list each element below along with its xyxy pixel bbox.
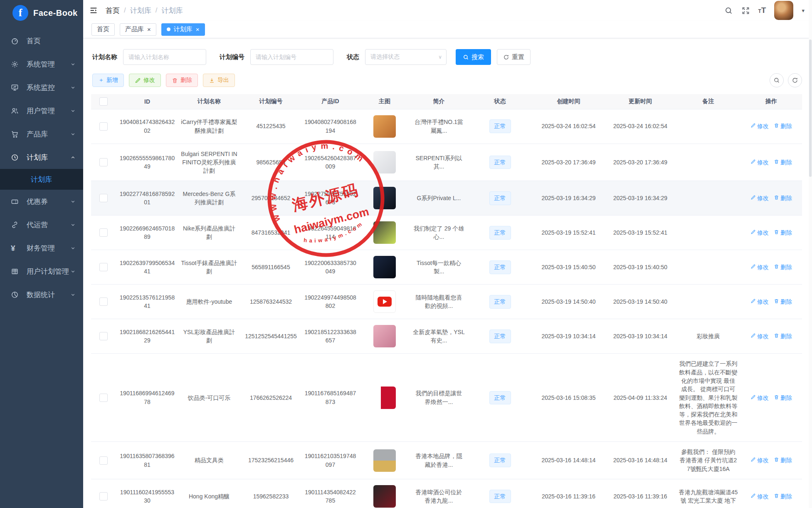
- cell-intro: 我们制定了 29 个雄心...: [410, 216, 467, 250]
- row-edit-link[interactable]: 修改: [750, 297, 769, 306]
- table-row[interactable]: 1902655555986178049Bulgari SERPENTI INFI…: [91, 144, 802, 181]
- plan-name-input[interactable]: [123, 49, 206, 65]
- row-delete-link[interactable]: 删除: [774, 297, 792, 306]
- row-edit-link[interactable]: 修改: [750, 158, 769, 166]
- plan-thumbnail[interactable]: [373, 187, 396, 209]
- row-edit-link[interactable]: 修改: [750, 228, 769, 237]
- sidebar-item-agent-ops[interactable]: 代运营: [0, 213, 83, 236]
- table-row[interactable]: 1904081474382643202iCarry伴手禮專家鳳梨酥推廣計劃451…: [91, 109, 802, 144]
- cell-image: [359, 109, 410, 144]
- toggle-search-icon[interactable]: [770, 73, 784, 87]
- row-delete-link[interactable]: 删除: [774, 194, 792, 202]
- row-checkbox[interactable]: [99, 394, 108, 402]
- chevron-down-icon[interactable]: ▾: [802, 7, 805, 14]
- sidebar-item-plan-lib[interactable]: 计划库: [0, 146, 83, 169]
- search-icon: [463, 54, 469, 60]
- row-edit-link[interactable]: 修改: [750, 263, 769, 271]
- sidebar-item-data-stats[interactable]: 数据统计: [0, 283, 83, 306]
- row-checkbox[interactable]: [99, 228, 108, 237]
- plan-thumbnail[interactable]: [373, 256, 396, 278]
- status-badge: 正常: [489, 156, 511, 169]
- tab-product-lib[interactable]: 产品库×: [120, 23, 156, 36]
- row-delete-link[interactable]: 删除: [774, 332, 792, 340]
- row-edit-link[interactable]: 修改: [750, 122, 769, 130]
- row-delete-link[interactable]: 删除: [774, 158, 792, 166]
- search-icon[interactable]: [724, 6, 733, 15]
- breadcrumb-item: 计划库: [161, 6, 183, 15]
- close-icon[interactable]: ×: [196, 26, 200, 32]
- row-checkbox[interactable]: [99, 194, 108, 202]
- table-row[interactable]: 1902251357612195841應用軟件-youtube125876324…: [91, 285, 802, 319]
- row-delete-link[interactable]: 删除: [774, 228, 792, 237]
- row-checkbox[interactable]: [99, 492, 108, 501]
- status-badge: 正常: [489, 453, 511, 467]
- row-checkbox[interactable]: [99, 122, 108, 131]
- table-row[interactable]: 1902277481687859201Mercedes-Benz G系列推廣計劃…: [91, 181, 802, 216]
- table-row[interactable]: 1902263979950653441Tissot手錶產品推廣計劃5658911…: [91, 250, 802, 285]
- sidebar-item-product-lib[interactable]: 产品库: [0, 122, 83, 146]
- plan-thumbnail[interactable]: [373, 325, 396, 347]
- plan-thumbnail[interactable]: [373, 221, 396, 244]
- table-row[interactable]: 1902266962465701889Nike系列產品推廣計劃847316532…: [91, 216, 802, 250]
- row-edit-link[interactable]: 修改: [750, 394, 769, 402]
- sidebar-item-coupon[interactable]: 优惠券: [0, 190, 83, 213]
- plan-thumbnail[interactable]: [373, 290, 396, 313]
- refresh-icon[interactable]: [788, 73, 802, 87]
- export-button[interactable]: 导出: [203, 74, 235, 87]
- sidebar-item-system-mgmt[interactable]: 系统管理: [0, 52, 83, 76]
- row-checkbox[interactable]: [99, 158, 108, 166]
- delete-button[interactable]: 删除: [166, 74, 198, 87]
- plan-no-input[interactable]: [250, 49, 333, 65]
- select-all-checkbox[interactable]: [99, 97, 108, 106]
- search-button[interactable]: 搜索: [456, 49, 491, 65]
- plan-thumbnail[interactable]: [373, 485, 396, 508]
- row-checkbox[interactable]: [99, 263, 108, 271]
- row-delete-link[interactable]: 删除: [774, 122, 792, 130]
- fullscreen-icon[interactable]: [741, 6, 750, 15]
- row-delete-link[interactable]: 删除: [774, 394, 792, 402]
- plan-thumbnail[interactable]: [373, 387, 396, 409]
- scrollbar-thumb[interactable]: [809, 40, 812, 177]
- app-logo[interactable]: f Face-Book: [0, 0, 83, 26]
- table-row[interactable]: 1901116024195555330Hong Kong精釀1596258223…: [91, 479, 802, 508]
- cell-plan-no: 985625654: [240, 144, 302, 181]
- scrollbar[interactable]: [809, 0, 812, 508]
- status-select[interactable]: 请选择状态 ∨: [365, 49, 447, 65]
- row-edit-link[interactable]: 修改: [750, 332, 769, 340]
- row-delete-link[interactable]: 删除: [774, 263, 792, 271]
- edit-button[interactable]: 修改: [129, 74, 161, 87]
- pencil-icon: [750, 332, 756, 340]
- plan-thumbnail[interactable]: [373, 115, 396, 138]
- pencil-icon: [750, 194, 756, 202]
- table-row[interactable]: 1901168699461246978饮品类-可口可乐1766262526224…: [91, 354, 802, 442]
- cell-checkbox: [91, 250, 116, 285]
- close-icon[interactable]: ×: [147, 26, 151, 32]
- row-edit-link[interactable]: 修改: [750, 194, 769, 202]
- table-row[interactable]: 1901163580736839681精品文具类1752325621544619…: [91, 442, 802, 479]
- row-checkbox[interactable]: [99, 297, 108, 306]
- sidebar-item-finance-mgmt[interactable]: ¥财务管理: [0, 236, 83, 260]
- add-button[interactable]: ＋新增: [92, 74, 124, 87]
- sidebar-item-user-plan-mgmt[interactable]: 用户计划管理: [0, 260, 83, 283]
- plan-thumbnail[interactable]: [373, 151, 396, 173]
- row-checkbox[interactable]: [99, 456, 108, 465]
- table-row[interactable]: 1902186821626544129YSL彩妝產品推廣計劃1251252545…: [91, 319, 802, 354]
- cell-plan-no: 1258763244532: [240, 285, 302, 319]
- row-edit-link[interactable]: 修改: [750, 492, 769, 501]
- sidebar-subitem-plan-lib-sub[interactable]: 计划库: [0, 169, 83, 190]
- sidebar-item-system-monitor[interactable]: 系统监控: [0, 76, 83, 99]
- sidebar-item-home[interactable]: 首页: [0, 29, 83, 52]
- avatar[interactable]: [774, 1, 793, 20]
- reset-button[interactable]: 重置: [497, 49, 531, 65]
- font-size-icon[interactable]: TT: [758, 6, 766, 15]
- sidebar-item-user-mgmt[interactable]: 用户管理: [0, 99, 83, 122]
- row-delete-link[interactable]: 删除: [774, 456, 792, 464]
- row-delete-link[interactable]: 删除: [774, 492, 792, 501]
- row-checkbox[interactable]: [99, 332, 108, 340]
- breadcrumb-item[interactable]: 首页: [106, 6, 120, 15]
- sidebar-toggle-icon[interactable]: [89, 6, 98, 15]
- plan-thumbnail[interactable]: [373, 449, 396, 472]
- tab-plan-lib[interactable]: 计划库×: [161, 23, 205, 36]
- row-edit-link[interactable]: 修改: [750, 456, 769, 464]
- tab-home[interactable]: 首页: [91, 23, 115, 36]
